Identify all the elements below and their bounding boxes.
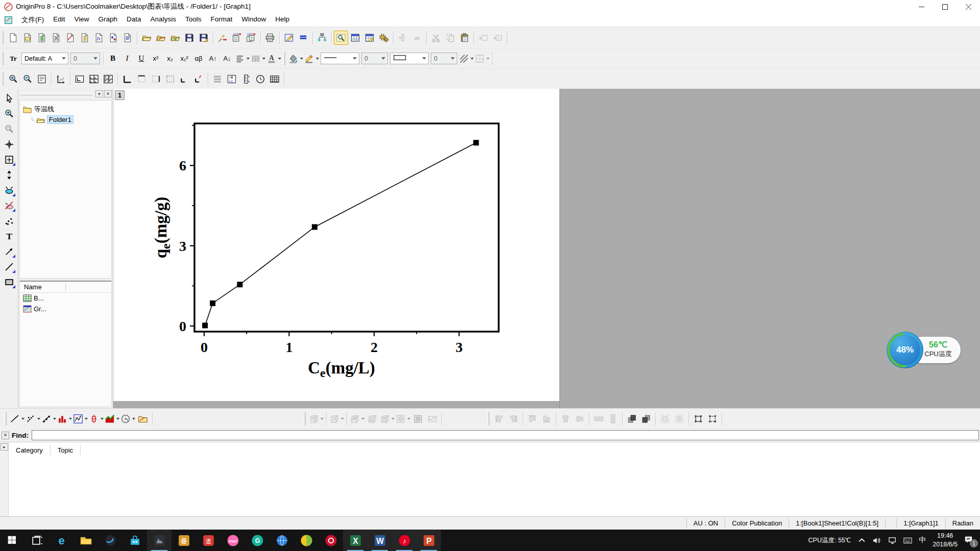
code-builder[interactable] — [377, 31, 391, 45]
axes-corner[interactable] — [177, 72, 191, 86]
pattern-menu[interactable] — [250, 52, 266, 66]
youdao-icon[interactable]: 道 — [196, 530, 220, 551]
draw-data-tool[interactable] — [2, 214, 16, 228]
line-symbol-plot[interactable] — [41, 412, 57, 426]
column-divider[interactable] — [65, 283, 66, 291]
border-width-combo[interactable]: 0 — [431, 53, 457, 64]
start-button[interactable] — [0, 530, 24, 551]
new-table[interactable] — [267, 72, 282, 86]
panel-menu-button[interactable]: ▾ — [95, 90, 103, 97]
menu-item-0[interactable]: 文件(F) — [17, 14, 48, 26]
new-folder[interactable] — [20, 31, 35, 45]
data-reader-tool[interactable] — [2, 153, 16, 167]
line-color[interactable] — [304, 52, 320, 66]
new-workbook[interactable] — [35, 31, 49, 45]
axes-angle[interactable] — [191, 72, 206, 86]
dark-sphere-app-icon[interactable] — [98, 530, 122, 551]
list-item-workbook[interactable]: B... — [20, 293, 111, 304]
dark-app-icon[interactable] — [147, 530, 172, 551]
line-plot[interactable] — [9, 412, 25, 426]
new-layout[interactable] — [106, 31, 120, 45]
send-to-back[interactable] — [639, 412, 653, 426]
volume-icon[interactable] — [873, 536, 881, 545]
toolbar-grip[interactable] — [2, 52, 4, 65]
fix-object[interactable] — [691, 412, 705, 426]
ime-indicator[interactable]: 中 — [919, 536, 926, 545]
toolbar-grip[interactable] — [283, 52, 285, 65]
panel-close-button[interactable]: ✕ — [104, 90, 112, 97]
menu-item-9[interactable]: Help — [271, 14, 294, 26]
align-menu[interactable] — [234, 52, 250, 66]
axes-top[interactable] — [134, 72, 149, 86]
paste[interactable] — [457, 31, 472, 45]
new-function[interactable]: fx — [92, 31, 106, 45]
axes-left-bottom[interactable] — [120, 72, 134, 86]
tree-root-folder[interactable]: 等温线 — [22, 104, 109, 115]
list-item-graph[interactable]: Gr... — [20, 304, 111, 314]
maximize-button[interactable] — [933, 0, 957, 13]
toolbar-grip[interactable] — [5, 412, 7, 425]
zoom-in[interactable] — [6, 72, 20, 86]
box-plot[interactable] — [88, 412, 104, 426]
toolbar-grip[interactable] — [487, 412, 489, 425]
sub-superscript[interactable]: x₁² — [177, 52, 191, 66]
menu-item-7[interactable]: Format — [206, 14, 237, 26]
add-layer[interactable] — [72, 72, 87, 86]
tree-subfolder[interactable]: └ Folder1 — [29, 115, 109, 124]
new-project[interactable] — [6, 31, 20, 45]
font-decrease[interactable]: A↓ — [220, 52, 234, 66]
toolbar-grip[interactable] — [304, 412, 306, 425]
bring-to-front[interactable] — [625, 412, 639, 426]
save-template[interactable] — [197, 31, 211, 45]
pointer-tool[interactable] — [2, 91, 16, 106]
script-window[interactable] — [362, 31, 377, 45]
network-icon[interactable] — [888, 536, 897, 545]
minimize-button[interactable] — [910, 0, 933, 13]
menu-item-8[interactable]: Window — [237, 14, 271, 26]
help-expand-button[interactable]: ▸ — [1, 443, 8, 450]
exchange-xy[interactable]: −B+C — [225, 72, 239, 86]
script-lines[interactable] — [296, 31, 310, 45]
help-tab-category[interactable]: Category — [9, 446, 50, 454]
rescale[interactable] — [54, 72, 68, 86]
font-name-combo[interactable]: Default: A — [21, 53, 68, 64]
line-style-combo[interactable] — [321, 53, 359, 64]
store-icon[interactable] — [122, 530, 147, 551]
font-tool[interactable]: Tr — [6, 52, 20, 66]
new-graph[interactable] — [63, 31, 78, 45]
toolbar-grip[interactable] — [2, 72, 4, 86]
menu-item-5[interactable]: Analysis — [146, 14, 181, 26]
new-matrix[interactable] — [49, 31, 63, 45]
results-log[interactable] — [334, 31, 348, 45]
menu-item-4[interactable]: Data — [122, 14, 146, 26]
open-excel[interactable] — [168, 31, 182, 45]
fill-color[interactable] — [288, 52, 304, 66]
draw-region-tool[interactable] — [2, 183, 16, 197]
save-project[interactable] — [182, 31, 197, 45]
action-center-icon[interactable]: 1 — [964, 535, 976, 545]
graph-window-canvas[interactable]: 0123036Ce(mg/L)qe(mg/g) 1 — [113, 89, 559, 401]
menu-item-3[interactable]: Graph — [94, 14, 122, 26]
subscript[interactable]: x₂ — [163, 52, 177, 66]
globe-browser-icon[interactable] — [270, 530, 294, 551]
add-4-layers[interactable] — [87, 72, 101, 86]
green-g-app-icon[interactable]: G — [245, 530, 270, 551]
template-library[interactable] — [136, 412, 150, 426]
underline[interactable]: U — [134, 52, 149, 66]
word-icon[interactable]: W — [368, 530, 392, 551]
border-style-combo[interactable] — [390, 53, 429, 64]
new-excel[interactable] — [78, 31, 92, 45]
font-increase[interactable]: A↑ — [206, 52, 220, 66]
greek[interactable]: αβ — [191, 52, 206, 66]
vertical-ruler[interactable] — [239, 72, 253, 86]
music-app-icon[interactable]: ♪ — [392, 530, 416, 551]
find-input[interactable] — [32, 430, 979, 440]
digitizer[interactable] — [282, 31, 296, 45]
panel-drag-handle[interactable] — [20, 93, 92, 95]
screen-reader-tool[interactable] — [2, 137, 16, 152]
legend-lines[interactable] — [210, 72, 225, 86]
help-tab-topic[interactable]: Topic — [51, 446, 80, 454]
whole-page[interactable] — [35, 72, 49, 86]
fix-object-scale[interactable] — [705, 412, 720, 426]
axes-right[interactable] — [149, 72, 163, 86]
